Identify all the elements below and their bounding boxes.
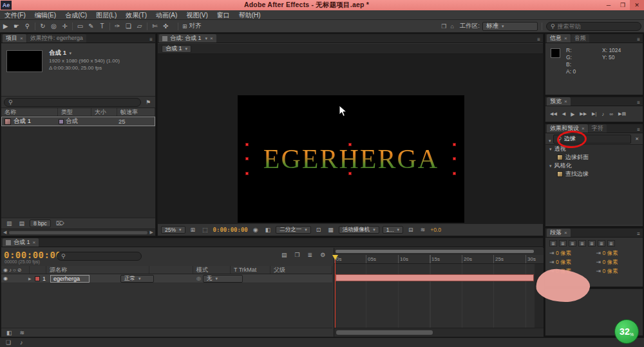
selection-handle[interactable]	[245, 172, 249, 175]
clone-stamp-tool-icon[interactable]: ❏	[123, 21, 134, 32]
align-right-button[interactable]	[569, 240, 576, 247]
justify-last-left-button[interactable]	[578, 240, 586, 247]
snapshot-icon[interactable]: ◉	[251, 227, 260, 233]
menu-help[interactable]: 帮助(H)	[234, 10, 265, 20]
timeline-scrollbar[interactable]	[334, 328, 544, 337]
col-type[interactable]: 类型	[58, 108, 91, 116]
menu-composition[interactable]: 合成(C)	[61, 10, 91, 20]
layer-expander-icon[interactable]: ▶	[28, 276, 35, 281]
filter-flag-icon[interactable]: ⚑	[144, 99, 153, 106]
scroll-left-icon[interactable]: ◀	[3, 230, 6, 235]
settings-gear-icon[interactable]: ⚙	[318, 252, 327, 258]
mini-flowchart-icon[interactable]: ▤	[279, 252, 289, 258]
frame-blend-icon[interactable]: ❐	[293, 252, 302, 258]
project-row-comp1[interactable]: 合成 1 合成 25	[1, 117, 155, 126]
tab-paragraph[interactable]: 段落×	[547, 229, 571, 237]
tab-timeline-comp1[interactable]: 合成 1 ×	[3, 238, 39, 247]
layer-name[interactable]: egerherga	[50, 275, 90, 283]
brush-tool-icon[interactable]: ✑	[112, 21, 123, 32]
layer-row[interactable]: ◉ ▶ 1 egerherga 正常 ◎ 无	[1, 274, 332, 283]
tab-effect-controls[interactable]: 效果控件: egerherga	[27, 34, 86, 42]
snap-icon[interactable]: ⊞	[180, 23, 189, 30]
col-parent[interactable]: 父级	[270, 266, 332, 274]
close-icon[interactable]: ×	[20, 34, 23, 42]
chevron-down-icon[interactable]	[204, 34, 208, 42]
indent-left-field[interactable]: 0 像素	[549, 250, 592, 258]
zoom-select[interactable]: 25%	[161, 226, 185, 234]
col-size[interactable]: 大小	[91, 108, 117, 116]
camera-select[interactable]: 活动摄像机	[339, 226, 379, 234]
help-search[interactable]: ⚲	[546, 22, 641, 31]
audio-toggle-icon[interactable]: ♪	[600, 111, 606, 117]
color-depth-button[interactable]: 8 bpc	[30, 220, 51, 227]
new-folder-icon[interactable]: ▥	[5, 220, 14, 227]
exposure-value[interactable]: +0.0	[430, 227, 441, 233]
selection-handle[interactable]	[348, 143, 352, 146]
close-icon[interactable]: ×	[564, 34, 567, 42]
paragraph-extra-field[interactable]: 0 像素	[596, 268, 639, 276]
panel-menu-icon[interactable]: ≡	[634, 231, 643, 237]
zoom-tool-icon[interactable]: ⚲	[22, 21, 33, 32]
effects-category-perspective[interactable]: 透视	[545, 145, 643, 153]
chevron-down-icon[interactable]	[68, 49, 72, 56]
pan-behind-tool-icon[interactable]: ✛	[59, 21, 70, 32]
project-search-input[interactable]	[15, 99, 137, 106]
close-icon[interactable]: ×	[33, 238, 36, 247]
layer-parent-select[interactable]: 无	[203, 275, 243, 283]
last-frame-button[interactable]: ▶|	[590, 111, 598, 117]
puppet-tool-icon[interactable]: ✜	[160, 21, 171, 32]
view-layout-select[interactable]: 1...	[383, 226, 403, 234]
layer-duration-bar[interactable]	[336, 274, 534, 281]
pixel-aspect-icon[interactable]: ⊟	[406, 227, 415, 233]
menu-file[interactable]: 文件(F)	[0, 10, 30, 20]
hand-tool-icon[interactable]: ☛	[11, 21, 22, 32]
type-tool-icon[interactable]: T	[97, 21, 108, 32]
tab-character[interactable]: 字符	[589, 124, 607, 133]
close-button[interactable]: ✕	[630, 0, 644, 10]
panel-menu-icon[interactable]: ≡	[535, 37, 543, 42]
menu-edit[interactable]: 编辑(E)	[30, 10, 61, 20]
shape-tool-icon[interactable]: ▭	[75, 21, 86, 32]
tab-preview[interactable]: 预览×	[547, 97, 571, 106]
selection-tool-icon[interactable]: ▶	[0, 21, 11, 32]
scroll-right-icon[interactable]: ▶	[150, 230, 153, 235]
space-before-field[interactable]: 0 像素	[596, 259, 639, 267]
timeline-search-input[interactable]	[68, 253, 137, 259]
viewer-pasteboard[interactable]: EGERHERGA	[158, 54, 543, 223]
close-icon[interactable]: ×	[564, 97, 567, 106]
camera-tool-icon[interactable]: ◎	[48, 21, 59, 32]
justify-last-right-button[interactable]	[598, 240, 605, 247]
flowchart-icon[interactable]: ❏	[4, 339, 13, 346]
pen-tool-icon[interactable]: ✎	[86, 21, 97, 32]
col-mode[interactable]: 模式	[193, 266, 231, 274]
viewer-comp-chip[interactable]: 合成 1	[162, 45, 191, 53]
fast-preview-icon[interactable]: ≋	[419, 227, 428, 233]
tab-project[interactable]: 项目×	[3, 34, 26, 42]
effects-item-bevel-edges[interactable]: 边缘斜面	[545, 153, 643, 162]
project-search[interactable]: ⚲	[4, 98, 141, 107]
track-area[interactable]	[334, 264, 544, 328]
timeline-search[interactable]: ⚲	[57, 252, 142, 261]
layer-eye-icon[interactable]: ◉	[1, 276, 9, 281]
eraser-tool-icon[interactable]: ▱	[134, 21, 145, 32]
panel-menu-icon[interactable]: ≡	[634, 37, 643, 42]
menu-window[interactable]: 窗口	[213, 10, 234, 20]
align-left-button[interactable]	[549, 240, 557, 247]
comp-frame[interactable]: EGERHERGA	[238, 95, 464, 223]
first-line-indent-field[interactable]: 0 像素	[549, 259, 592, 267]
close-icon[interactable]: ×	[210, 34, 213, 42]
menu-view[interactable]: 视图(V)	[182, 10, 212, 20]
menu-animation[interactable]: 动画(A)	[151, 10, 182, 20]
parent-pickwhip-icon[interactable]: ◎	[196, 276, 201, 281]
audio-status-icon[interactable]: ♪	[18, 339, 25, 346]
minimize-button[interactable]: ─	[601, 0, 616, 10]
time-ruler[interactable]: 0s 05s 10s 15s 20s 25s 30s	[334, 255, 544, 264]
align-center-button[interactable]	[559, 240, 567, 247]
horizontal-scrollbar[interactable]	[9, 231, 147, 234]
workspace-select[interactable]: 标准	[482, 22, 538, 31]
viewer-timecode[interactable]: 0:00:00:00	[213, 227, 248, 233]
roi-icon[interactable]: ⊡	[314, 227, 323, 233]
layer-mode-select[interactable]: 正常	[120, 275, 154, 283]
tab-composition[interactable]: 合成: 合成 1 ×	[159, 34, 216, 42]
selection-handle[interactable]	[453, 143, 456, 146]
